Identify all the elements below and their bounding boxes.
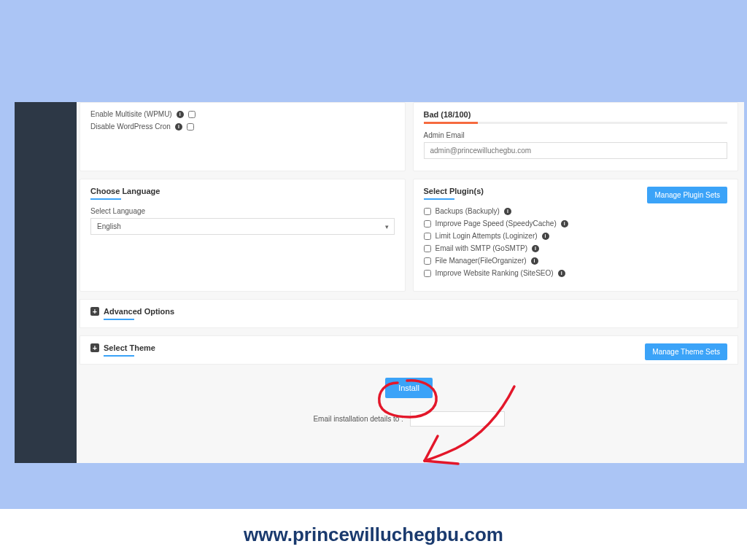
plugin-row: Improve Website Ranking (SiteSEO) i [424, 269, 728, 277]
disable-cron-checkbox[interactable] [187, 123, 194, 131]
manage-plugin-sets-button[interactable]: Manage Plugin Sets [647, 187, 727, 203]
plugin-label: Email with SMTP (GoSMTP) [436, 244, 528, 252]
multisite-options-card: Enable Multisite (WPMU) i Disable WordPr… [80, 102, 406, 171]
plus-icon: + [90, 307, 99, 316]
info-icon[interactable]: i [175, 123, 182, 131]
plugin-row: Limit Login Attempts (Loginizer) i [424, 232, 728, 240]
select-theme-row[interactable]: + Select Theme Manage Theme Sets [80, 335, 738, 365]
language-select-label: Select Language [90, 207, 395, 215]
plugin-checkbox[interactable] [424, 270, 431, 277]
admin-email-card: Bad (18/100) Admin Email [413, 102, 739, 171]
plugin-checkbox[interactable] [424, 257, 431, 265]
info-icon[interactable]: i [561, 220, 568, 228]
plugin-checkbox[interactable] [424, 208, 431, 215]
advanced-options-row[interactable]: + Advanced Options [80, 299, 738, 328]
sidebar [15, 102, 77, 463]
email-details-input[interactable] [410, 411, 505, 427]
install-zone: Install [80, 378, 738, 398]
language-card: Choose Language Select Language English … [80, 179, 406, 292]
info-icon[interactable]: i [531, 257, 538, 265]
advanced-options-label: Advanced Options [104, 307, 174, 316]
plugin-checkbox[interactable] [424, 220, 431, 228]
select-theme-label: Select Theme [104, 343, 155, 352]
plugins-card: Select Plugin(s) Manage Plugin Sets Back… [413, 179, 739, 292]
info-icon[interactable]: i [504, 208, 511, 215]
app-panel: Enable Multisite (WPMU) i Disable WordPr… [15, 102, 744, 463]
plus-icon: + [90, 343, 99, 352]
plugin-label: Backups (Backuply) [436, 207, 500, 215]
admin-email-label: Admin Email [424, 131, 728, 139]
accent-line [424, 198, 454, 200]
email-details-row: Email installation details to : [80, 411, 738, 427]
email-details-label: Email installation details to : [313, 415, 403, 423]
plugin-row: Backups (Backuply) i [424, 207, 728, 215]
plugin-row: Email with SMTP (GoSMTP) i [424, 244, 728, 252]
password-score: Bad (18/100) [424, 110, 728, 119]
disable-cron-label: Disable WordPress Cron [90, 122, 171, 131]
plugin-label: Improve Website Ranking (SiteSEO) [436, 269, 554, 277]
plugin-row: Improve Page Speed (SpeedyCache) i [424, 219, 728, 228]
info-icon[interactable]: i [177, 111, 184, 118]
enable-multisite-checkbox[interactable] [188, 111, 196, 118]
footer: www.princewilluchegbu.com [0, 509, 747, 560]
manage-theme-sets-button[interactable]: Manage Theme Sets [645, 343, 727, 360]
plugin-row: File Manager(FileOrganizer) i [424, 257, 728, 265]
footer-url: www.princewilluchegbu.com [244, 524, 503, 546]
enable-multisite-row: Enable Multisite (WPMU) i [90, 110, 395, 118]
plugin-checkbox[interactable] [424, 245, 431, 252]
disable-cron-row: Disable WordPress Cron i [90, 122, 395, 131]
admin-email-input[interactable] [424, 142, 728, 159]
accent-line [104, 319, 134, 320]
plugin-label: Improve Page Speed (SpeedyCache) [436, 219, 557, 228]
enable-multisite-label: Enable Multisite (WPMU) [90, 110, 172, 118]
info-icon[interactable]: i [558, 270, 565, 277]
language-select[interactable]: English [90, 218, 395, 235]
accent-line [104, 355, 134, 357]
accent-line [90, 198, 121, 200]
plugin-label: File Manager(FileOrganizer) [436, 257, 527, 265]
plugin-label: Limit Login Attempts (Loginizer) [436, 232, 538, 240]
info-icon[interactable]: i [542, 233, 549, 240]
score-bar [424, 122, 728, 124]
install-button[interactable]: Install [385, 378, 433, 398]
plugin-checkbox[interactable] [424, 233, 431, 240]
main-content: Enable Multisite (WPMU) i Disable WordPr… [77, 102, 744, 463]
language-title: Choose Language [90, 187, 395, 195]
info-icon[interactable]: i [532, 245, 539, 252]
